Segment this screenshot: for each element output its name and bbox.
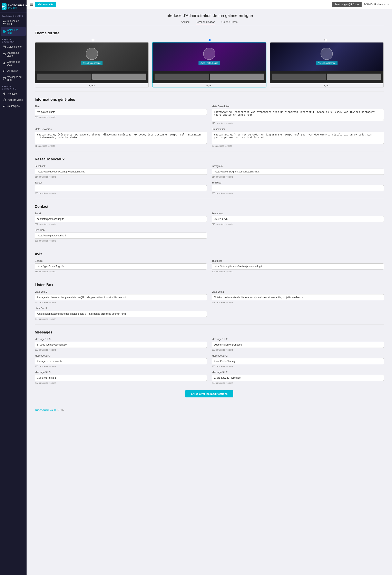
theme-card-bottom-1 (35, 71, 149, 83)
sidebar-item-tableau-de-bord[interactable]: Tableau de bord (1, 18, 26, 27)
liste-box-3-label: Liste Box 3 (35, 307, 207, 310)
youtube-input[interactable] (212, 185, 384, 191)
tab-personnalisation[interactable]: Personnalisation (196, 21, 215, 25)
user-label: BOUHOUR Valentin (364, 3, 386, 6)
lightning-icon (3, 62, 6, 65)
theme-radio-1[interactable] (92, 39, 94, 41)
email-group: Email 232 caractères restants (35, 212, 207, 225)
titre-label: Titre (35, 105, 207, 108)
message3-h3-group: Message 3 H3 237 caractères restants (35, 371, 207, 384)
telephone-char-count: 245 caractères restants (212, 223, 384, 225)
liste-box-1-input[interactable] (35, 294, 207, 300)
mini-block (37, 73, 91, 80)
message1-h2-group: Message 1 H2 232 caractères restants (212, 338, 384, 351)
sidebar-item-statistiques[interactable]: Statistiques (1, 103, 26, 109)
sidebar-item-label: Diaporama vidéo (7, 51, 24, 57)
message3-h2-label: Message 3 H2 (212, 371, 384, 374)
tab-galerie-photo[interactable]: Galerie Photo (221, 21, 238, 25)
meta-description-input[interactable] (212, 109, 384, 121)
theme-label-2: Style 2 (152, 83, 266, 87)
youtube-label: YouTube (212, 181, 384, 184)
hamburger-icon[interactable]: ☰ (30, 2, 33, 7)
theme-label-3: Style 3 (270, 83, 383, 87)
theme-radio-3[interactable] (325, 39, 327, 41)
trustpilot-input[interactable] (212, 264, 384, 269)
theme-preview-3: Avec PhotoSharing (270, 43, 383, 71)
svg-rect-13 (3, 106, 4, 107)
liste-box-2-input[interactable] (212, 294, 384, 300)
chart-icon (3, 105, 6, 107)
message3-h2-group: Message 3 H2 230 caractères restants (212, 371, 384, 384)
twitter-char-count: 255 caractères restants (35, 192, 207, 194)
presentation-group: Présentation 23 caractères restants (212, 128, 384, 147)
facebook-input[interactable] (35, 168, 207, 175)
message2-h3-input[interactable] (35, 358, 207, 364)
mini-block-2a (154, 73, 209, 80)
sidebar-item-galerie-photo[interactable]: Galerie photo (1, 44, 26, 50)
submit-button[interactable]: Enregistrer les modifications (185, 390, 233, 397)
logo-text: PHOTOSHARING (8, 4, 29, 7)
message2-h2-group: Message 2 H2 236 caractères restants (212, 354, 384, 368)
instagram-input[interactable] (212, 168, 384, 175)
sidebar-item-publicite-video[interactable]: Publicité vidéo (1, 97, 26, 103)
sidebar-item-label: Messages du chat (7, 76, 24, 81)
liste-box-3-input[interactable] (35, 311, 207, 317)
message1-h3-input[interactable] (35, 342, 207, 348)
message1-h2-input[interactable] (212, 342, 384, 348)
facebook-group: Facebook 214 caractères restants (35, 165, 207, 178)
play-icon (3, 98, 6, 101)
svg-rect-3 (3, 23, 4, 24)
section-label-entreprise: ESPACE ENTREPRISE (0, 83, 26, 91)
sidebar-item-label: Galerie photo (7, 45, 22, 48)
listes-box-form: Liste Box 1 144 caractères restants List… (35, 290, 384, 320)
theme-card-style3[interactable]: Avec PhotoSharing Style 3 (270, 42, 384, 87)
voir-mon-site-button[interactable]: Voir mon site (35, 2, 56, 7)
email-label: Email (35, 212, 207, 215)
liste-box-2-char-count: 159 caractères restants (212, 301, 384, 304)
theme-card-style1[interactable]: Avec PhotoSharing Style 1 (35, 42, 149, 87)
message2-h2-input[interactable] (212, 358, 384, 364)
titre-input[interactable] (35, 109, 207, 115)
message2-h3-group: Message 2 H3 235 caractères restants (35, 354, 207, 368)
theme-radio-2[interactable] (208, 39, 211, 41)
logo-sub: STUDIO (8, 7, 29, 9)
meta-keywords-input[interactable] (35, 132, 207, 144)
tab-accueil[interactable]: Accueil (181, 21, 190, 25)
reseaux-form: Facebook 214 caractères restants Instagr… (35, 165, 384, 194)
listes-box-section-title: Listes Box (35, 283, 384, 287)
footer-year: © 2024 (57, 409, 65, 411)
sidebar-item-utilisateur[interactable]: Utilisateur (1, 68, 26, 74)
liste-box-3-group: Liste Box 3 162 caractères restants (35, 307, 207, 320)
sidebar-item-promotion[interactable]: Promotion (1, 91, 26, 97)
siteweb-label: Site Web (35, 229, 207, 232)
sidebar-item-label: Promotion (7, 92, 18, 95)
instagram-char-count: 214 caractères restants (212, 176, 384, 178)
sidebar: PHOTOSHARING STUDIO TABLEAU DE BORD Tabl… (0, 0, 26, 575)
sidebar-item-galerie-en-ligne[interactable]: Galerie en ligne (1, 27, 26, 36)
face-placeholder (86, 48, 98, 60)
sidebar-item-label: Gestion des wizz (7, 60, 24, 66)
svg-rect-4 (4, 23, 5, 24)
message3-h2-input[interactable] (212, 375, 384, 381)
message1-h3-group: Message 1 H3 229 caractères restants (35, 338, 207, 351)
twitter-input[interactable] (35, 185, 207, 191)
trustpilot-group: Trustpilot 207 caractères restants (212, 260, 384, 273)
telephone-input[interactable] (212, 216, 384, 222)
titre-char-count: 239 caractères restants (35, 116, 207, 118)
sidebar-item-gestion-wizz[interactable]: Gestion des wizz (1, 59, 26, 68)
siteweb-input[interactable] (35, 233, 207, 239)
meta-description-char-count: 110 caractères restants (212, 122, 384, 124)
sidebar-item-diaporama-video[interactable]: Diaporama vidéo (1, 50, 26, 59)
presentation-input[interactable] (212, 132, 384, 144)
email-input[interactable] (35, 216, 207, 222)
trustpilot-label: Trustpilot (212, 260, 384, 262)
theme-card-style2[interactable]: Avec PhotoSharing Style 2 (152, 42, 266, 87)
sidebar-item-label: Tableau de bord (7, 20, 24, 25)
svg-rect-14 (4, 106, 5, 107)
google-input[interactable] (35, 264, 207, 269)
theme-overlay-1: Avec PhotoSharing (81, 61, 103, 65)
footer-brand-link[interactable]: PHOTOSHARING.FR (35, 409, 57, 411)
telecharger-qr-button[interactable]: Télécharger QR Code (332, 2, 361, 7)
sidebar-item-messages-chat[interactable]: Messages du chat (1, 74, 26, 83)
message3-h3-input[interactable] (35, 375, 207, 381)
